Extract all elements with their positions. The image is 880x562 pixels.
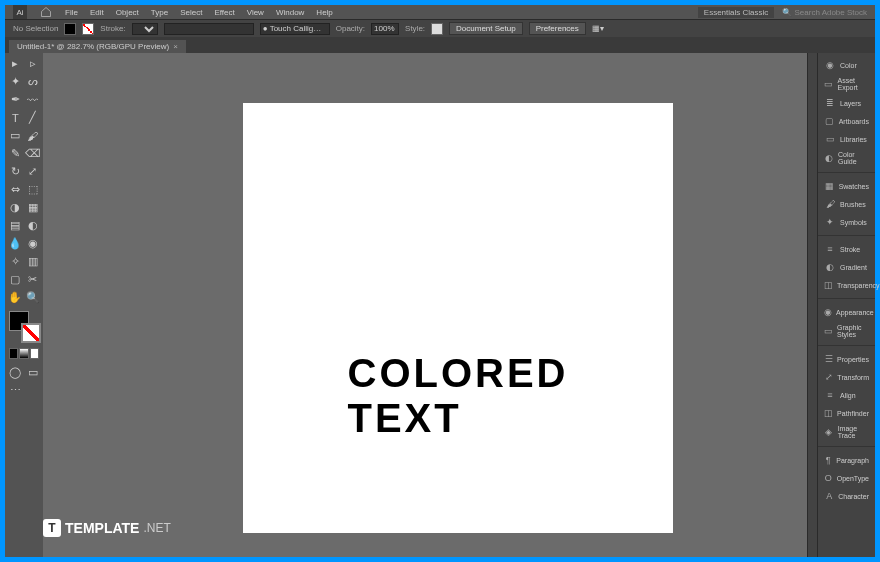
panel-symbols[interactable]: ✦Symbols — [818, 214, 875, 230]
opentype-icon: O — [824, 472, 833, 484]
watermark: T TEMPLATE.NET — [43, 519, 171, 537]
artboard-tool-icon[interactable]: ▢ — [7, 271, 24, 288]
paintbrush-tool-icon[interactable]: 🖌 — [25, 127, 42, 144]
panel-transparency[interactable]: ◫Transparency — [818, 277, 875, 293]
stroke-weight-select[interactable] — [132, 23, 158, 35]
menu-help[interactable]: Help — [316, 8, 332, 17]
align-panel-icon: ≡ — [824, 389, 836, 401]
slice-tool-icon[interactable]: ✂ — [25, 271, 42, 288]
menu-type[interactable]: Type — [151, 8, 168, 17]
none-mode-icon[interactable] — [30, 348, 39, 359]
column-graph-tool-icon[interactable]: ▥ — [25, 253, 42, 270]
document-setup-button[interactable]: Document Setup — [449, 22, 523, 35]
style-swatch[interactable] — [431, 23, 443, 35]
artboard[interactable]: COLORED TEXT — [243, 103, 673, 533]
mesh-tool-icon[interactable]: ▤ — [7, 217, 24, 234]
layers-icon: ≣ — [824, 97, 836, 109]
scale-tool-icon[interactable]: ⤢ — [25, 163, 42, 180]
menu-window[interactable]: Window — [276, 8, 304, 17]
opacity-input[interactable] — [371, 23, 399, 35]
color-mode-icon[interactable] — [9, 348, 18, 359]
symbol-sprayer-tool-icon[interactable]: ✧ — [7, 253, 24, 270]
panel-paragraph[interactable]: ¶Paragraph — [818, 452, 875, 468]
panel-transform[interactable]: ⤢Transform — [818, 369, 875, 385]
panel-character[interactable]: ACharacter — [818, 488, 875, 504]
stroke-label: Stroke: — [100, 24, 125, 33]
shape-builder-tool-icon[interactable]: ◑ — [7, 199, 24, 216]
panel-appearance[interactable]: ◉Appearance — [818, 304, 875, 320]
panel-opentype[interactable]: OOpenType — [818, 470, 875, 486]
fill-swatch[interactable] — [64, 23, 76, 35]
search-stock[interactable]: 🔍 Search Adobe Stock — [782, 8, 867, 17]
panel-asset-export[interactable]: ▭Asset Export — [818, 75, 875, 93]
watermark-suffix: .NET — [143, 521, 170, 535]
panel-swatches[interactable]: ▦Swatches — [818, 178, 875, 194]
lasso-tool-icon[interactable]: ᔕ — [25, 73, 42, 90]
gradient-mode-icon[interactable] — [19, 348, 28, 359]
selection-tool-icon[interactable]: ▸ — [7, 55, 24, 72]
panel-pathfinder[interactable]: ◫Pathfinder — [818, 405, 875, 421]
width-tool-icon[interactable]: ⇔ — [7, 181, 24, 198]
stroke-profile-input[interactable] — [164, 23, 254, 35]
menu-effect[interactable]: Effect — [214, 8, 234, 17]
curvature-tool-icon[interactable]: 〰 — [25, 91, 42, 108]
panel-graphic-styles[interactable]: ▭Graphic Styles — [818, 322, 875, 340]
line-tool-icon[interactable]: ╱ — [25, 109, 42, 126]
canvas-text[interactable]: COLORED TEXT — [348, 351, 569, 441]
swatches-icon: ▦ — [824, 180, 835, 192]
rectangle-tool-icon[interactable]: ▭ — [7, 127, 24, 144]
perspective-tool-icon[interactable]: ▦ — [25, 199, 42, 216]
paragraph-icon: ¶ — [824, 454, 832, 466]
watermark-brand: TEMPLATE — [65, 520, 139, 536]
menu-file[interactable]: File — [65, 8, 78, 17]
menu-object[interactable]: Object — [116, 8, 139, 17]
menu-select[interactable]: Select — [180, 8, 202, 17]
panel-layers[interactable]: ≣Layers — [818, 95, 875, 111]
canvas-area[interactable]: COLORED TEXT — [43, 53, 807, 557]
right-panels: ◉Color ▭Asset Export ≣Layers ▢Artboards … — [817, 53, 875, 557]
fill-stroke-control[interactable] — [9, 311, 41, 343]
rotate-tool-icon[interactable]: ↻ — [7, 163, 24, 180]
zoom-tool-icon[interactable]: 🔍 — [25, 289, 42, 306]
blend-tool-icon[interactable]: ◉ — [25, 235, 42, 252]
panel-libraries[interactable]: ▭Libraries — [818, 131, 875, 147]
panel-align[interactable]: ≡Align — [818, 387, 875, 403]
screen-mode-icon[interactable]: ▭ — [25, 364, 42, 381]
panel-color[interactable]: ◉Color — [818, 57, 875, 73]
stroke-swatch[interactable] — [82, 23, 94, 35]
panel-color-guide[interactable]: ◐Color Guide — [818, 149, 875, 167]
artboards-icon: ▢ — [824, 115, 835, 127]
workspace-switcher[interactable]: Essentials Classic — [698, 7, 774, 18]
eraser-tool-icon[interactable]: ⌫ — [25, 145, 42, 162]
gradient-tool-icon[interactable]: ◐ — [25, 217, 42, 234]
magic-wand-tool-icon[interactable]: ✦ — [7, 73, 24, 90]
preferences-button[interactable]: Preferences — [529, 22, 586, 35]
libraries-icon: ▭ — [824, 133, 836, 145]
panel-artboards[interactable]: ▢Artboards — [818, 113, 875, 129]
stroke-color-icon[interactable] — [21, 323, 41, 343]
direct-selection-tool-icon[interactable]: ▹ — [25, 55, 42, 72]
free-transform-tool-icon[interactable]: ⬚ — [25, 181, 42, 198]
panel-image-trace[interactable]: ◈Image Trace — [818, 423, 875, 441]
color-panel-icon: ◉ — [824, 59, 836, 71]
type-tool-icon[interactable]: T — [7, 109, 24, 126]
edit-toolbar-icon[interactable]: ⋯ — [7, 382, 24, 399]
eyedropper-tool-icon[interactable]: 💧 — [7, 235, 24, 252]
pen-tool-icon[interactable]: ✒ — [7, 91, 24, 108]
draw-mode-icon[interactable]: ◯ — [7, 364, 24, 381]
align-icon[interactable]: ▦▾ — [592, 24, 604, 33]
brush-select[interactable]: ● Touch Callig… — [260, 23, 330, 35]
menu-edit[interactable]: Edit — [90, 8, 104, 17]
home-icon[interactable] — [39, 5, 53, 19]
close-tab-icon[interactable]: × — [173, 42, 178, 51]
panel-stroke[interactable]: ≡Stroke — [818, 241, 875, 257]
panel-toggle-strip[interactable] — [807, 53, 817, 557]
panel-properties[interactable]: ☰Properties — [818, 351, 875, 367]
properties-icon: ☰ — [824, 353, 833, 365]
hand-tool-icon[interactable]: ✋ — [7, 289, 24, 306]
menu-view[interactable]: View — [247, 8, 264, 17]
document-tab[interactable]: Untitled-1* @ 282.7% (RGB/GPU Preview) × — [9, 40, 186, 53]
panel-brushes[interactable]: 🖌Brushes — [818, 196, 875, 212]
panel-gradient[interactable]: ◐Gradient — [818, 259, 875, 275]
shaper-tool-icon[interactable]: ✎ — [7, 145, 24, 162]
